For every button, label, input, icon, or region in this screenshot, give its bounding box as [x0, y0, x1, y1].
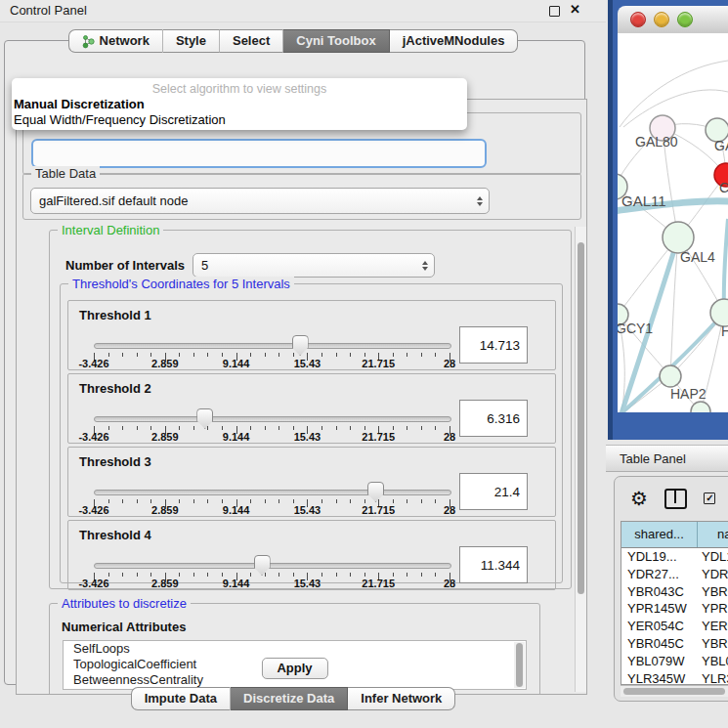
tab-label: Discretize Data: [243, 688, 334, 709]
table-row[interactable]: YER054CYER0: [621, 618, 728, 635]
tick: [350, 499, 351, 503]
zoom-traffic-light-icon[interactable]: [677, 12, 693, 27]
cyni-toolbox-panel: Discretization Algorithm Table Data galF…: [4, 40, 585, 685]
tick: [364, 353, 365, 357]
slider-track[interactable]: [94, 490, 451, 495]
close-traffic-light-icon[interactable]: [630, 12, 646, 27]
minimize-traffic-light-icon[interactable]: [654, 12, 669, 27]
table-row[interactable]: YBR045CYBR0: [621, 635, 728, 653]
network-graph: [618, 33, 728, 412]
tab-cyni-toolbox[interactable]: Cyni Toolbox: [283, 29, 389, 53]
slider-track[interactable]: [94, 416, 451, 422]
tick: [265, 426, 266, 430]
network-window-titlebar[interactable]: [618, 6, 728, 34]
tick: [321, 499, 322, 503]
table-cell[interactable]: YDR27...: [621, 566, 698, 583]
network-node-hap2[interactable]: [660, 365, 681, 387]
tick: [421, 573, 422, 577]
algorithm-option-manual-discretization[interactable]: Manual Discretization: [12, 97, 467, 112]
network-node-node-bottom[interactable]: [691, 402, 710, 412]
column-header-name[interactable]: na: [698, 522, 728, 547]
slider-handle[interactable]: [367, 482, 384, 502]
number-of-intervals-combobox[interactable]: 5: [193, 253, 435, 278]
vertical-scrollbar[interactable]: [575, 227, 586, 692]
float-window-icon[interactable]: [549, 6, 560, 17]
column-header-shared[interactable]: shared...: [621, 522, 698, 547]
table-cell[interactable]: YBR0: [698, 583, 728, 601]
table-cell[interactable]: YPR1: [698, 600, 728, 618]
tick: [278, 499, 279, 503]
table-cell[interactable]: YDL19...: [621, 548, 698, 566]
table-data-combobox[interactable]: galFiltered.sif default node: [30, 188, 490, 214]
tick-label: 2.859: [151, 504, 179, 516]
tick: [193, 426, 194, 430]
tick: [193, 499, 194, 503]
network-node-label: C: [719, 180, 728, 195]
bottom-tab-discretize-data[interactable]: Discretize Data: [231, 687, 348, 710]
table-cell[interactable]: YER054C: [621, 618, 698, 635]
table-cell[interactable]: YLR3: [698, 670, 728, 685]
scrollbar-thumb[interactable]: [623, 688, 725, 695]
tick: [321, 573, 322, 577]
table-row[interactable]: YLR345WYLR3: [621, 670, 728, 685]
table-cell[interactable]: YDL1: [698, 548, 728, 566]
slider-handle[interactable]: [254, 555, 271, 576]
panel-title: Control Panel: [10, 3, 87, 18]
table-row[interactable]: YBR043CYBR0: [621, 583, 728, 601]
gear-icon[interactable]: ⚙: [630, 489, 648, 508]
threshold-value-field[interactable]: [459, 400, 528, 437]
tick: [137, 499, 138, 503]
apply-button[interactable]: Apply: [261, 658, 327, 679]
table-cell[interactable]: YBR045C: [621, 635, 698, 653]
attribute-item-selfloops[interactable]: SelfLoops: [64, 641, 526, 657]
table-cell[interactable]: YBR0: [698, 635, 728, 653]
table-row[interactable]: YDR27...YDR2: [621, 566, 728, 583]
tick-label: 2.859: [151, 578, 179, 589]
tick: [179, 426, 180, 430]
close-icon[interactable]: ✕: [570, 2, 580, 17]
checkbox-icon[interactable]: ✓: [704, 492, 715, 504]
slider-track[interactable]: [94, 343, 451, 349]
scrollbar-thumb[interactable]: [578, 242, 584, 594]
table-row[interactable]: YPR145WYPR1: [621, 600, 728, 618]
tick-label: 9.144: [223, 578, 250, 589]
threshold-value-field[interactable]: [459, 546, 528, 583]
tick-label: -3.426: [78, 358, 108, 369]
tick-label: 21.715: [362, 358, 395, 369]
tab-network[interactable]: Network: [68, 29, 163, 53]
split-columns-icon[interactable]: [664, 489, 688, 509]
table-row[interactable]: YDL19...YDL1: [621, 548, 728, 566]
table-panel-window: ⚙ ✓ ✓ shared... na YDL19...YDL1YDR27...Y…: [614, 476, 728, 702]
attributes-scrollbar[interactable]: [514, 642, 525, 688]
slider-handle[interactable]: [292, 335, 309, 356]
network-view-window: GAL80GACGAL11GAL4GCY1HHAP2: [608, 0, 728, 440]
table-cell[interactable]: YBL0: [698, 653, 728, 670]
tick: [265, 353, 266, 357]
combo-stepper-icon[interactable]: [422, 261, 428, 271]
table-cell[interactable]: YER0: [698, 618, 728, 635]
algorithm-option-equal-width-frequency-discretization[interactable]: Equal Width/Frequency Discretization: [12, 112, 467, 128]
table-cell[interactable]: YLR345W: [621, 670, 698, 685]
network-canvas[interactable]: GAL80GACGAL11GAL4GCY1HHAP2: [618, 33, 728, 412]
table-cell[interactable]: YBR043C: [621, 583, 698, 601]
table-cell[interactable]: YPR145W: [621, 600, 698, 618]
slider-track[interactable]: [94, 563, 451, 569]
table-row[interactable]: YBL079WYBL0: [621, 653, 728, 670]
tick: [122, 499, 123, 503]
tick: [407, 573, 407, 577]
threshold-value-field[interactable]: [459, 473, 528, 510]
table-cell[interactable]: YBL079W: [621, 653, 698, 670]
threshold-value-field[interactable]: [459, 326, 528, 364]
bottom-tab-impute-data[interactable]: Impute Data: [131, 687, 231, 710]
combo-stepper-icon[interactable]: [477, 196, 483, 206]
horizontal-scrollbar[interactable]: [621, 685, 728, 697]
tab-style[interactable]: Style: [163, 29, 220, 53]
algorithm-combobox[interactable]: [31, 139, 487, 168]
bottom-tab-infer-network[interactable]: Infer Network: [348, 687, 455, 710]
table-cell[interactable]: YDR2: [698, 566, 728, 583]
slider-handle[interactable]: [196, 408, 213, 429]
scrollbar-thumb[interactable]: [516, 643, 523, 687]
tab-select[interactable]: Select: [220, 29, 283, 53]
tab-jactivemnodules[interactable]: jActiveMNodules: [390, 29, 519, 53]
tick: [150, 573, 151, 577]
